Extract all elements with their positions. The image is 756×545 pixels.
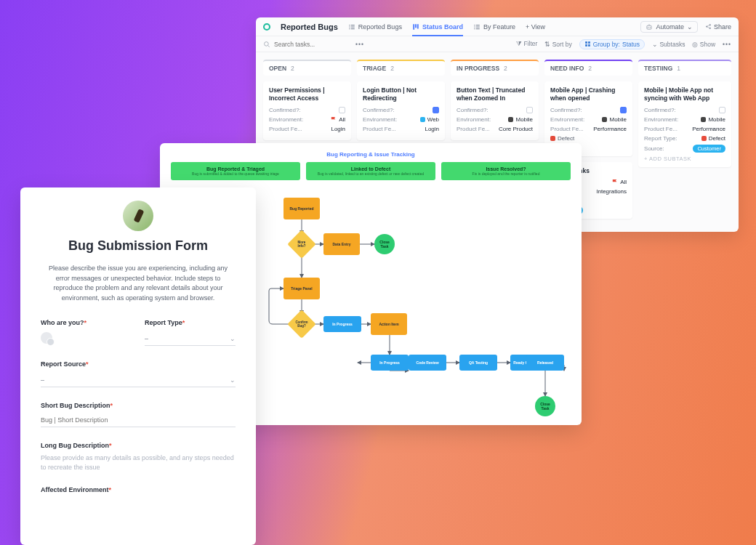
- svg-point-4: [709, 24, 711, 25]
- svg-point-6: [265, 41, 269, 46]
- chevron-down-icon: ⌄: [687, 23, 693, 31]
- label-report-source: Report Source*: [41, 360, 236, 368]
- node-code-review[interactable]: Code Review: [409, 355, 446, 371]
- subtasks-button[interactable]: ⌄ Subtasks: [652, 41, 685, 48]
- column-header[interactable]: TRIAGE 2: [357, 60, 445, 76]
- tab-label: By Feature: [483, 23, 515, 31]
- banner-3: Issue Resolved? Fix is deployed and the …: [441, 162, 571, 180]
- label-short-desc: Short Bug Description*: [41, 402, 236, 409]
- tab-reported-bugs[interactable]: Reported Bugs: [348, 23, 402, 31]
- form-avatar: [123, 201, 153, 231]
- search-icon: [263, 41, 270, 48]
- svg-rect-8: [588, 41, 590, 44]
- card-triage-1[interactable]: Login Button | Not Redirecting Confirmed…: [357, 81, 445, 140]
- form-title: Bug Submission Form: [41, 238, 236, 254]
- node-close-1[interactable]: Close Task: [374, 234, 395, 254]
- short-description-input[interactable]: [41, 413, 236, 427]
- card-title: User Permissions | Incorrect Access: [269, 86, 345, 102]
- group-by-chip[interactable]: Group by: Status: [579, 39, 645, 49]
- robot-icon: [646, 23, 653, 31]
- user-picker[interactable]: [41, 332, 52, 344]
- column-header[interactable]: TESTIING 1: [638, 60, 731, 76]
- customer-pill: Customer: [693, 145, 725, 153]
- flag-icon: [612, 179, 618, 185]
- flag-icon: [331, 117, 337, 123]
- bug-form-window: Bug Submission Form Please describe the …: [20, 187, 256, 545]
- checkbox-icon[interactable]: [719, 107, 725, 113]
- svg-point-1: [648, 27, 649, 28]
- node-triage[interactable]: Triage Panel: [284, 278, 320, 299]
- add-subtask-button[interactable]: + ADD SUBTASK: [644, 156, 725, 162]
- node-close-2[interactable]: Close Task: [535, 396, 555, 416]
- svg-point-2: [650, 27, 651, 28]
- board-bar-right: Automate ⌄ Share: [640, 21, 731, 33]
- card-title: Button Text | Truncated when Zoomed In: [457, 86, 533, 102]
- group-icon: [584, 41, 591, 47]
- node-released[interactable]: Released: [526, 355, 564, 371]
- defect-tag: Defect: [550, 135, 627, 142]
- node-action[interactable]: Action Item: [371, 313, 407, 335]
- label-long-desc: Long Bug Description*: [41, 442, 236, 449]
- search-input[interactable]: [274, 41, 352, 48]
- svg-rect-9: [585, 44, 587, 47]
- long-description-input[interactable]: Please provide as many details as possib…: [41, 453, 236, 472]
- share-button[interactable]: Share: [705, 23, 731, 31]
- card-title: Login Button | Not Redirecting: [363, 86, 439, 102]
- checkbox-icon[interactable]: [526, 107, 533, 113]
- defect-icon: [701, 136, 707, 141]
- checkbox-icon[interactable]: [620, 107, 627, 113]
- banner-2: Linked to Defect Bug is validated, linke…: [306, 162, 435, 180]
- checkbox-icon[interactable]: [339, 107, 345, 113]
- more-menu-icon[interactable]: •••: [723, 41, 731, 48]
- column-testing: TESTIING 1 Mobile | Mobile App not synci…: [638, 60, 731, 225]
- card-progress-1[interactable]: Button Text | Truncated when Zoomed In C…: [451, 81, 539, 140]
- label-report-type: Report Type*: [145, 319, 236, 326]
- card-title: Mobile App | Crashing when opened: [550, 86, 627, 102]
- filter-button[interactable]: ⧩ Filter: [516, 40, 537, 48]
- chevron-down-icon: ⌄: [230, 335, 236, 342]
- mobile-icon: [508, 117, 513, 122]
- card-test-1[interactable]: Mobile | Mobile App not syncing with Web…: [638, 81, 731, 167]
- add-view-button[interactable]: + View: [526, 23, 545, 31]
- node-qa[interactable]: QA Testing: [459, 355, 497, 371]
- chevron-down-icon: ⌄: [230, 376, 236, 384]
- column-header[interactable]: NEED INFO 2: [544, 60, 632, 76]
- form-description: Please describe the issue you are experi…: [41, 264, 236, 303]
- workflow-banners: Bug Reported & Triaged Bug is submitted …: [160, 162, 582, 189]
- column-header[interactable]: IN PROGRESS 2: [451, 60, 539, 76]
- tab-by-feature[interactable]: By Feature: [473, 23, 515, 31]
- share-label: Share: [714, 23, 731, 31]
- list-icon: [473, 23, 480, 31]
- svg-point-5: [709, 28, 711, 29]
- card-open-1[interactable]: User Permissions | Incorrect Access Conf…: [263, 81, 351, 140]
- mobile-icon: [602, 117, 607, 122]
- mobile-icon: [701, 117, 706, 122]
- node-in-progress[interactable]: In Progress: [323, 316, 361, 332]
- board-title-bar: Reported Bugs Reported Bugs Status Board…: [256, 17, 739, 36]
- column-header[interactable]: OPEN 2: [263, 60, 351, 76]
- node-bug-reported[interactable]: Bug Reported: [284, 198, 320, 219]
- label-affected-env: Affected Environment*: [41, 486, 236, 493]
- node-dev-progress[interactable]: In Progress: [371, 355, 409, 371]
- sort-button[interactable]: ⇅ Sort by: [544, 41, 571, 48]
- svg-rect-7: [585, 41, 587, 44]
- show-button[interactable]: ◎ Show: [692, 41, 715, 48]
- card-title: Mobile | Mobile App not syncing with Web…: [644, 86, 725, 102]
- workflow-title: Bug Reporting & Issue Tracking: [160, 143, 582, 162]
- automate-label: Automate: [656, 23, 684, 31]
- board-icon: [412, 23, 419, 31]
- search-more-icon[interactable]: •••: [355, 41, 364, 48]
- svg-rect-0: [647, 25, 651, 29]
- search-wrap[interactable]: •••: [263, 41, 509, 48]
- report-type-select[interactable]: –⌄: [145, 332, 236, 346]
- board-toolbar: ••• ⧩ Filter ⇅ Sort by Group by: Status …: [256, 36, 739, 52]
- tab-status-board[interactable]: Status Board: [412, 23, 463, 31]
- node-data-entry[interactable]: Data Entry: [323, 233, 360, 255]
- web-icon: [420, 117, 425, 122]
- checkbox-icon[interactable]: [433, 107, 439, 113]
- tab-label: Status Board: [422, 23, 463, 31]
- automate-button[interactable]: Automate ⌄: [640, 21, 698, 33]
- report-source-select[interactable]: –⌄: [41, 374, 236, 387]
- share-icon: [705, 23, 712, 30]
- tab-label: Reported Bugs: [358, 23, 402, 31]
